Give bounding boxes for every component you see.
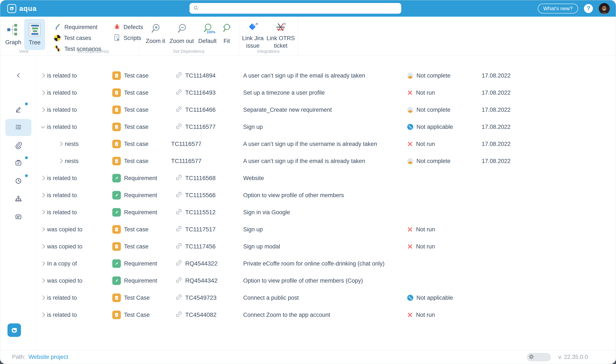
table-row[interactable]: is related to Requirement TC1115512 Sign… bbox=[37, 204, 616, 221]
table-row[interactable]: nests Test case TC1116577 A user can’t s… bbox=[37, 135, 616, 153]
link-icon[interactable] bbox=[176, 294, 182, 302]
requirement-dependency-button[interactable]: Requirement bbox=[54, 23, 101, 31]
item-id[interactable]: TC1116577 bbox=[185, 123, 216, 130]
expand-chevron-icon[interactable] bbox=[41, 278, 45, 283]
item-type-label: Test case bbox=[124, 243, 149, 250]
link-icon[interactable] bbox=[176, 89, 182, 97]
user-avatar[interactable] bbox=[599, 3, 610, 14]
expand-chevron-icon[interactable] bbox=[41, 295, 45, 300]
item-id[interactable]: RQ4544342 bbox=[185, 277, 218, 284]
expand-chevron-icon[interactable] bbox=[41, 176, 45, 180]
table-row[interactable]: was copied to Requirement RQ4544342 Opti… bbox=[37, 272, 616, 289]
link-icon[interactable] bbox=[176, 277, 182, 285]
tree-view-button[interactable]: Tree bbox=[24, 19, 45, 50]
item-id[interactable]: TC1116577 bbox=[171, 158, 202, 165]
expand-chevron-icon[interactable] bbox=[41, 124, 45, 128]
item-id[interactable]: RQ4544322 bbox=[185, 260, 218, 267]
table-row[interactable]: is related to Test case TC1116466 Separa… bbox=[37, 101, 616, 118]
status-label: Not applicable bbox=[416, 124, 453, 130]
expand-chevron-icon[interactable] bbox=[41, 210, 45, 214]
status-cell: Not applicable bbox=[407, 295, 482, 301]
sidebar-item-history[interactable] bbox=[5, 173, 31, 190]
pencil-icon bbox=[14, 105, 23, 115]
item-date: 17.08.2022 bbox=[482, 158, 616, 165]
table-row[interactable]: is related to Requirement TC1116568 Webs… bbox=[37, 169, 616, 187]
table-row[interactable]: is related to Test Case TC4544082 Connec… bbox=[37, 306, 616, 324]
item-id[interactable]: TC1116493 bbox=[185, 89, 216, 96]
expand-chevron-icon[interactable] bbox=[41, 107, 45, 112]
link-icon[interactable] bbox=[176, 243, 182, 251]
link-icon[interactable] bbox=[176, 260, 182, 268]
bug-icon bbox=[114, 24, 120, 31]
item-id[interactable]: TC1114894 bbox=[185, 72, 216, 79]
expand-chevron-icon[interactable] bbox=[41, 73, 45, 78]
expand-chevron-icon[interactable] bbox=[41, 261, 45, 266]
global-search bbox=[190, 3, 401, 14]
item-type-label: Requirement bbox=[124, 260, 157, 267]
link-icon[interactable] bbox=[176, 208, 182, 216]
settings-toggle[interactable] bbox=[527, 353, 551, 362]
sidebar-item-edit[interactable] bbox=[5, 101, 31, 118]
expand-chevron-icon[interactable] bbox=[58, 158, 63, 163]
relation-label: is related to bbox=[47, 124, 77, 130]
id-cell: TC1116577 bbox=[171, 123, 243, 131]
table-row[interactable]: is related to Test case TC1114894 A user… bbox=[37, 67, 616, 84]
id-cell: TC1117517 bbox=[171, 226, 243, 234]
table-row[interactable]: was copied to Test case TC1117456 Sign u… bbox=[37, 238, 616, 255]
requirement-type-icon bbox=[112, 191, 121, 199]
graph-view-button[interactable]: Graph bbox=[3, 19, 24, 50]
test-cases-dependency-button[interactable]: Test cases bbox=[54, 34, 101, 42]
expand-chevron-icon[interactable] bbox=[41, 227, 45, 231]
table-row[interactable]: is related to Test case TC1116577 Sign u… bbox=[37, 118, 616, 135]
sidebar-item-structure[interactable] bbox=[5, 191, 31, 208]
sidebar-item-attachments[interactable] bbox=[5, 137, 31, 154]
link-icon[interactable] bbox=[176, 226, 182, 234]
item-id[interactable]: TC1116577 bbox=[171, 141, 202, 147]
sidebar-item-collapse[interactable] bbox=[5, 67, 31, 84]
expand-chevron-icon[interactable] bbox=[58, 142, 63, 146]
item-type-label: Test case bbox=[124, 158, 149, 165]
link-icon[interactable] bbox=[176, 191, 182, 199]
table-row[interactable]: is related to Test case TC1116493 Set up… bbox=[37, 84, 616, 101]
status-icon bbox=[407, 312, 413, 318]
sidebar-item-relations[interactable] bbox=[5, 119, 31, 136]
item-id[interactable]: TC1117517 bbox=[185, 226, 216, 233]
testcase-type-icon bbox=[112, 89, 121, 97]
help-button[interactable]: ? bbox=[584, 4, 593, 13]
expand-chevron-icon[interactable] bbox=[41, 193, 45, 197]
link-icon[interactable] bbox=[176, 72, 182, 80]
search-input[interactable] bbox=[201, 4, 401, 13]
sidebar-item-notes[interactable] bbox=[5, 209, 31, 226]
sidebar-item-tasks[interactable] bbox=[5, 155, 31, 172]
table-row[interactable]: was copied to Test case TC1117517 Sign u… bbox=[37, 221, 616, 238]
status-label: Not complete bbox=[416, 158, 451, 165]
item-id[interactable]: TC1116568 bbox=[185, 175, 216, 182]
expand-chevron-icon[interactable] bbox=[41, 90, 45, 95]
zoom-in-icon bbox=[150, 23, 161, 36]
relation-label: In a copy of bbox=[47, 260, 77, 267]
link-icon[interactable] bbox=[176, 123, 182, 131]
item-id[interactable]: TC1117456 bbox=[185, 243, 216, 250]
expand-chevron-icon[interactable] bbox=[41, 312, 45, 317]
note-icon bbox=[14, 212, 23, 222]
id-cell: RQ4544342 bbox=[171, 277, 243, 285]
testcase-type-icon bbox=[112, 140, 121, 148]
link-icon[interactable] bbox=[176, 174, 182, 182]
path-project-link[interactable]: Website project bbox=[28, 354, 68, 360]
item-id[interactable]: TC1115566 bbox=[185, 192, 216, 199]
link-icon[interactable] bbox=[176, 106, 182, 114]
whats-new-button[interactable]: What’s new? bbox=[538, 4, 578, 13]
link-icon[interactable] bbox=[176, 311, 182, 319]
status-icon bbox=[407, 141, 413, 147]
item-date: 17.08.2022 bbox=[482, 141, 616, 147]
table-row[interactable]: nests Test case TC1116577 A user can’t s… bbox=[37, 153, 616, 169]
item-id[interactable]: TC1116466 bbox=[185, 106, 216, 113]
expand-chevron-icon[interactable] bbox=[41, 244, 45, 248]
item-id[interactable]: TC4544082 bbox=[185, 312, 217, 318]
table-row[interactable]: In a copy of Requirement RQ4544322 Priva… bbox=[37, 255, 616, 272]
table-row[interactable]: is related to Test Case TC4549723 Connec… bbox=[37, 289, 616, 306]
item-id[interactable]: TC4549723 bbox=[185, 294, 217, 301]
table-row[interactable]: is related to Requirement TC1115566 Opti… bbox=[37, 187, 616, 204]
item-id[interactable]: TC1115512 bbox=[185, 209, 216, 216]
status-cell: Not applicable bbox=[407, 124, 482, 130]
